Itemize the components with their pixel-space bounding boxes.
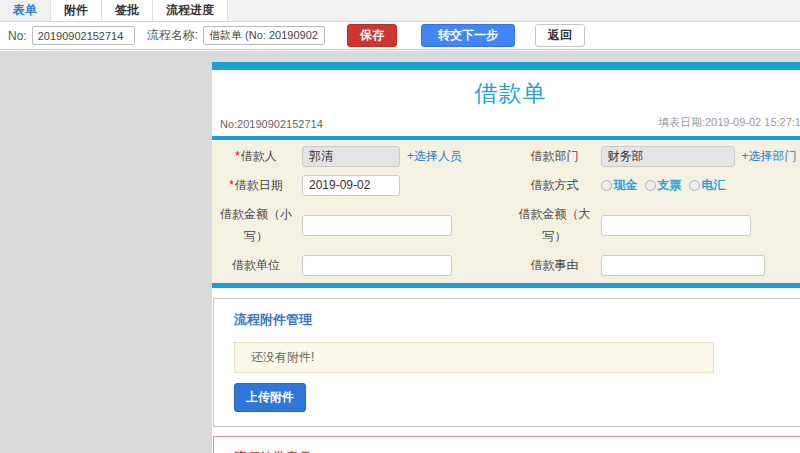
required-mark: * xyxy=(235,149,240,163)
amount-upper-label: 借款金额（大写） xyxy=(515,203,595,249)
loan-date-input[interactable] xyxy=(302,175,400,196)
next-step-button[interactable]: 转交下一步 xyxy=(421,24,515,47)
amount-lower-label: 借款金额（小写） xyxy=(216,203,296,249)
tab-bar: 表单 附件 签批 流程进度 xyxy=(0,0,800,22)
radio-check[interactable]: 支票 xyxy=(645,177,682,194)
loan-reason-row: 借款事由 xyxy=(511,251,800,280)
radio-wire-transfer-label: 电汇 xyxy=(702,177,726,194)
loan-method-label: 借款方式 xyxy=(515,174,595,197)
action-toolbar: No: 流程名称: 保存 转交下一步 返回 xyxy=(0,22,800,50)
radio-check-label: 支票 xyxy=(658,177,682,194)
borrower-label: *借款人 xyxy=(216,145,296,168)
select-department-link[interactable]: +选择部门 xyxy=(742,148,797,165)
department-input[interactable] xyxy=(601,146,735,167)
back-button[interactable]: 返回 xyxy=(535,24,585,47)
amount-upper-row: 借款金额（大写） xyxy=(511,200,800,252)
loan-form-panel: 借款单 No:20190902152714 填表日期:2019-09-02 15… xyxy=(212,62,800,453)
loan-date-row: *借款日期 xyxy=(212,171,511,200)
no-input[interactable] xyxy=(32,26,135,45)
page-background: 借款单 No:20190902152714 填表日期:2019-09-02 15… xyxy=(0,51,800,453)
form-fill-date: 填表日期:2019-09-02 15:27:1 xyxy=(658,115,800,130)
department-row: 借款部门 +选择部门 xyxy=(511,142,800,171)
tab-attachments[interactable]: 附件 xyxy=(51,0,102,21)
borrower-input[interactable] xyxy=(302,146,400,167)
loan-date-label-text: 借款日期 xyxy=(235,178,283,192)
amount-lower-input[interactable] xyxy=(302,215,452,236)
radio-wire-transfer[interactable]: 电汇 xyxy=(689,177,726,194)
department-label: 借款部门 xyxy=(515,145,595,168)
radio-circle-icon xyxy=(689,180,700,191)
required-mark: * xyxy=(229,178,234,192)
form-title: 借款单 xyxy=(212,70,800,113)
radio-cash-label: 现金 xyxy=(614,177,638,194)
loan-method-row: 借款方式 现金 支票 电汇 xyxy=(511,171,800,200)
process-name-label: 流程名称: xyxy=(147,27,198,44)
tab-form[interactable]: 表单 xyxy=(0,0,51,21)
form-number: No:20190902152714 xyxy=(220,118,323,130)
borrower-label-text: 借款人 xyxy=(241,149,277,163)
loan-date-label: *借款日期 xyxy=(216,174,296,197)
save-button[interactable]: 保存 xyxy=(347,24,397,47)
attachment-section: 流程附件管理 还没有附件! 上传附件 xyxy=(213,298,800,427)
form-meta-row: No:20190902152714 填表日期:2019-09-02 15:27:… xyxy=(212,113,800,136)
no-label: No: xyxy=(8,29,27,43)
loan-form-grid: *借款人 +选择人员 *借款日期 借款金额（小写） xyxy=(212,140,800,283)
form-right-column: 借款部门 +选择部门 借款方式 现金 xyxy=(511,142,800,280)
tab-approval[interactable]: 签批 xyxy=(102,0,153,21)
select-person-link[interactable]: +选择人员 xyxy=(407,148,462,165)
amount-lower-row: 借款金额（小写） xyxy=(212,200,511,252)
loan-unit-input[interactable] xyxy=(302,255,452,276)
loan-unit-label: 借款单位 xyxy=(216,254,296,277)
radio-circle-icon xyxy=(601,180,612,191)
radio-circle-icon xyxy=(645,180,656,191)
upload-attachment-button[interactable]: 上传附件 xyxy=(234,383,306,412)
divider-bottom xyxy=(212,283,800,288)
approval-heading: 流程签批意见 xyxy=(234,449,787,453)
attachment-heading: 流程附件管理 xyxy=(234,311,787,329)
loan-unit-row: 借款单位 xyxy=(212,251,511,280)
amount-upper-input[interactable] xyxy=(601,215,751,236)
approval-section: 流程签批意见 B I abc xyxy=(213,436,800,453)
panel-top-accent-bar xyxy=(212,62,800,70)
loan-reason-label: 借款事由 xyxy=(515,254,595,277)
loan-method-radio-group: 现金 支票 电汇 xyxy=(601,177,733,194)
radio-cash[interactable]: 现金 xyxy=(601,177,638,194)
form-left-column: *借款人 +选择人员 *借款日期 借款金额（小写） xyxy=(212,142,511,280)
borrower-row: *借款人 +选择人员 xyxy=(212,142,511,171)
no-attachment-message: 还没有附件! xyxy=(234,342,714,373)
loan-reason-input[interactable] xyxy=(601,255,765,276)
tab-process-progress[interactable]: 流程进度 xyxy=(153,0,228,21)
process-name-input[interactable] xyxy=(203,26,325,45)
